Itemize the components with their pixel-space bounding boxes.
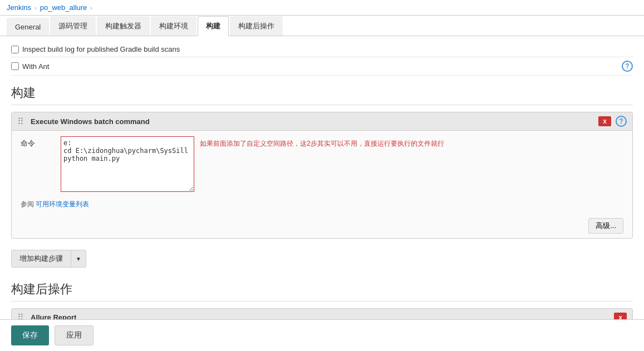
bottom-bar: 保存 应用: [0, 319, 644, 343]
command-field: 如果前面添加了自定义空间路径，这2步其实可以不用，直接运行要执行的文件就行: [61, 136, 623, 192]
sep-1: ›: [35, 4, 37, 11]
command-hint: 如果前面添加了自定义空间路径，这2步其实可以不用，直接运行要执行的文件就行: [200, 136, 623, 149]
inspect-gradle-checkbox[interactable]: [11, 46, 19, 53]
command-label: 命令: [21, 136, 54, 149]
remove-build-step-button[interactable]: x: [598, 116, 611, 126]
advanced-row: 高级...: [12, 214, 632, 238]
advanced-button[interactable]: 高级...: [588, 218, 623, 234]
post-build-section-heading: 构建后操作: [11, 281, 633, 301]
inspect-gradle-row: Inspect build log for published Gradle b…: [11, 42, 633, 57]
content-area: Inspect build log for published Gradle b…: [0, 36, 644, 343]
breadcrumb-jenkins[interactable]: Jenkins: [7, 3, 31, 12]
tab-env[interactable]: 构建环境: [151, 16, 196, 36]
tab-general[interactable]: General: [7, 18, 49, 36]
env-ref-row: 参阅 可用环境变量列表: [12, 197, 632, 214]
build-step-card: ⠿ Execute Windows batch command x ? 命令 如…: [11, 112, 633, 239]
inspect-gradle-label: Inspect build log for published Gradle b…: [22, 45, 180, 53]
command-form-row: 命令 如果前面添加了自定义空间路径，这2步其实可以不用，直接运行要执行的文件就行: [12, 131, 632, 197]
save-button[interactable]: 保存: [11, 325, 49, 343]
build-step-help-icon[interactable]: ?: [616, 116, 627, 127]
tab-post-build[interactable]: 构建后操作: [230, 16, 283, 36]
add-step-arrow-icon: ▼: [71, 253, 86, 265]
build-section-heading: 构建: [11, 85, 633, 105]
env-link[interactable]: 可用环境变量列表: [36, 200, 89, 208]
drag-handle-icon: ⠿: [17, 116, 24, 127]
with-ant-checkbox[interactable]: [11, 62, 19, 70]
build-step-title: Execute Windows batch command: [31, 117, 594, 126]
command-textarea[interactable]: [61, 136, 194, 192]
add-step-label: 增加构建步骤: [12, 250, 71, 267]
build-card-header: ⠿ Execute Windows batch command x ?: [12, 112, 632, 131]
command-wrapper: 如果前面添加了自定义空间路径，这2步其实可以不用，直接运行要执行的文件就行: [61, 136, 623, 192]
tabs-bar: General 源码管理 构建触发器 构建环境 构建 构建后操作: [0, 16, 644, 36]
with-ant-row: With Ant ?: [11, 57, 633, 76]
with-ant-label: With Ant: [22, 62, 49, 71]
apply-button[interactable]: 应用: [55, 325, 94, 343]
breadcrumb: Jenkins › po_web_allure ›: [0, 0, 644, 16]
with-ant-help-icon[interactable]: ?: [622, 61, 633, 72]
breadcrumb-project[interactable]: po_web_allure: [40, 3, 87, 12]
ref-text: 参阅: [21, 200, 34, 208]
tab-source[interactable]: 源码管理: [50, 16, 96, 36]
tab-build[interactable]: 构建: [198, 16, 229, 36]
sep-2: ›: [90, 4, 92, 11]
add-build-step-button[interactable]: 增加构建步骤 ▼: [11, 250, 86, 268]
tab-trigger[interactable]: 构建触发器: [97, 16, 150, 36]
